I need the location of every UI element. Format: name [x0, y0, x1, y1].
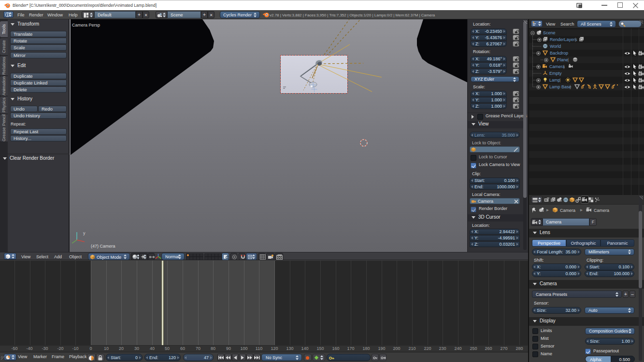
svg-text:y: y: [83, 231, 86, 236]
